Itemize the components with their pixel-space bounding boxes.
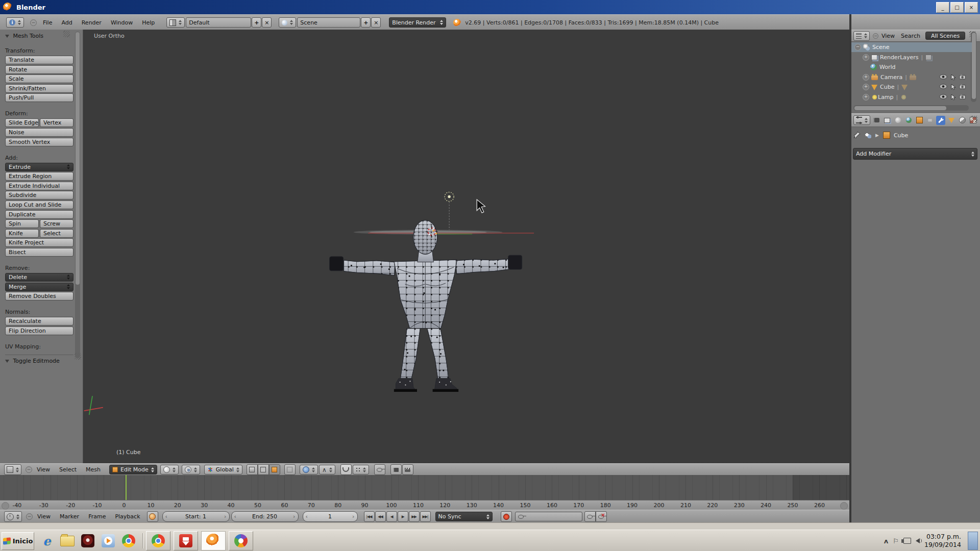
menu-playback[interactable]: Playback xyxy=(115,513,140,520)
tool-button-deform-slide-edge[interactable]: Slide Edge xyxy=(5,118,39,127)
properties-tab-material[interactable] xyxy=(958,116,967,125)
expand-icon[interactable]: + xyxy=(863,74,869,81)
properties-tab-world[interactable] xyxy=(904,116,913,125)
scene-browse-button[interactable] xyxy=(279,17,296,28)
properties-tab-render-layers[interactable] xyxy=(883,116,892,125)
outliner-item-world[interactable]: World xyxy=(851,62,980,72)
menu-marker[interactable]: Marker xyxy=(60,513,79,520)
falloff-dropdown[interactable]: ∧ xyxy=(319,465,335,474)
opengl-render-anim-button[interactable] xyxy=(402,464,413,475)
tool-button-add-extrude[interactable]: Extrude xyxy=(5,163,74,171)
lamp-object[interactable] xyxy=(445,192,454,230)
visibility-eye-icon[interactable] xyxy=(939,94,947,99)
area-resize-corner[interactable] xyxy=(63,31,70,37)
timeline-track[interactable] xyxy=(0,475,849,500)
tool-button-add-loop-cut-and-slide[interactable]: Loop Cut and Slide xyxy=(5,201,74,209)
tool-button-add-select[interactable]: Select xyxy=(40,229,74,238)
pivot-point-dropdown[interactable] xyxy=(182,465,200,474)
properties-tab-scene[interactable] xyxy=(893,116,902,125)
insert-keyframe-button[interactable] xyxy=(374,464,385,475)
tool-button-transform-rotate[interactable]: Rotate xyxy=(5,65,74,74)
selectability-cursor-icon[interactable] xyxy=(951,84,955,90)
visibility-eye-icon[interactable] xyxy=(939,84,947,89)
pin-icon[interactable] xyxy=(853,131,861,139)
jump-to-start-button[interactable]: |◀◀ xyxy=(364,511,375,522)
tool-button-add-screw[interactable]: Screw xyxy=(40,219,74,228)
tool-button-transform-shrink-fatten[interactable]: Shrink/Fatten xyxy=(5,84,74,93)
area-resize-corner[interactable] xyxy=(75,353,81,360)
quick-launch-file-explorer[interactable] xyxy=(60,533,75,548)
collapse-menus-icon[interactable]: − xyxy=(30,19,37,26)
tool-button-add-extrude-region[interactable]: Extrude Region xyxy=(5,172,74,181)
menu-add[interactable]: Add xyxy=(61,19,72,26)
collapse-menus-icon[interactable]: − xyxy=(26,513,33,520)
sync-dropdown[interactable]: No Sync xyxy=(435,512,493,521)
tool-button-remove-merge[interactable]: Merge xyxy=(5,283,74,291)
renderability-camera-icon[interactable] xyxy=(959,94,966,99)
menu-select[interactable]: Select xyxy=(59,466,77,473)
tool-shelf-scrollbar-thumb[interactable] xyxy=(76,32,80,285)
editor-type-info-button[interactable]: i xyxy=(6,17,24,28)
viewport-canvas[interactable] xyxy=(83,30,849,463)
tool-button-add-duplicate[interactable]: Duplicate xyxy=(5,210,74,219)
delete-scene-button[interactable]: × xyxy=(371,17,381,28)
tool-button-deform-smooth-vertex[interactable]: Smooth Vertex xyxy=(5,138,74,146)
snap-element-dropdown[interactable] xyxy=(353,465,369,474)
timeline-scroll-cap-right[interactable] xyxy=(840,502,848,510)
scene-name-field[interactable]: Scene xyxy=(297,17,360,28)
renderability-camera-icon[interactable] xyxy=(959,74,966,80)
menu-frame[interactable]: Frame xyxy=(88,513,106,520)
menu-window[interactable]: Window xyxy=(111,19,133,26)
tool-button-add-subdivide[interactable]: Subdivide xyxy=(5,191,74,199)
properties-tab-render[interactable] xyxy=(872,116,881,125)
task-button-video-downloader[interactable] xyxy=(174,531,198,550)
collapse-icon[interactable]: − xyxy=(854,44,861,51)
add-layout-button[interactable]: + xyxy=(252,17,261,28)
timeline-current-frame-marker[interactable] xyxy=(126,475,127,500)
object-node-icon[interactable] xyxy=(865,132,871,139)
snap-toggle-button[interactable] xyxy=(340,464,352,475)
limit-selection-visible-button[interactable] xyxy=(284,464,296,475)
visibility-eye-icon[interactable] xyxy=(939,74,947,80)
start-button[interactable]: Inicio xyxy=(2,532,34,550)
outliner-hscrollbar[interactable] xyxy=(853,105,969,111)
render-engine-dropdown[interactable]: Blender Render xyxy=(389,17,446,28)
properties-tab-modifiers-active[interactable] xyxy=(936,116,945,125)
menu-file[interactable]: File xyxy=(43,19,52,26)
menu-view[interactable]: View xyxy=(37,513,51,520)
menu-mesh[interactable]: Mesh xyxy=(86,466,101,473)
screen-layout-browse-button[interactable] xyxy=(166,17,185,28)
jump-to-end-button[interactable]: ▶▶| xyxy=(420,511,431,522)
tool-button-deform-vertex[interactable]: Vertex xyxy=(40,118,74,127)
menu-view[interactable]: View xyxy=(37,466,50,473)
tool-button-deform-noise[interactable]: Noise xyxy=(5,128,74,137)
tool-button-add-bisect[interactable]: Bisect xyxy=(5,248,74,257)
screen-layout-name-field[interactable]: Default xyxy=(186,17,251,28)
use-preview-range-button[interactable] xyxy=(147,511,158,522)
edge-select-button[interactable] xyxy=(258,464,269,475)
editor-type-properties-button[interactable] xyxy=(853,115,870,125)
quick-launch-scorpion-app[interactable] xyxy=(80,533,95,548)
renderability-camera-icon[interactable] xyxy=(959,84,966,89)
face-select-button[interactable] xyxy=(269,464,280,475)
prev-keyframe-button[interactable]: ◀◀ xyxy=(375,511,386,522)
taskbar-clock[interactable]: 03:07 p.m. 19/09/2014 xyxy=(924,533,961,548)
tool-button-transform-translate[interactable]: Translate xyxy=(5,56,74,64)
tool-button-add-extrude-individual[interactable]: Extrude Individual xyxy=(5,182,74,190)
current-frame-field[interactable]: 1 xyxy=(303,511,358,522)
play-reverse-button[interactable]: ◀ xyxy=(386,511,397,522)
start-frame-field[interactable]: Start: 1 xyxy=(162,511,230,522)
tool-button-transform-push-pull[interactable]: Push/Pull xyxy=(5,93,74,102)
tool-button-normals-recalculate[interactable]: Recalculate xyxy=(5,317,74,325)
selectability-cursor-icon[interactable] xyxy=(951,94,955,101)
tool-button-normals-flip-direction[interactable]: Flip Direction xyxy=(5,327,74,335)
add-scene-button[interactable]: + xyxy=(361,17,371,28)
mode-dropdown[interactable]: Edit Mode xyxy=(109,465,157,474)
tool-button-add-knife[interactable]: Knife xyxy=(5,229,39,238)
outliner-hscrollbar-thumb[interactable] xyxy=(854,106,946,110)
vertex-select-button[interactable] xyxy=(247,464,258,475)
close-button[interactable]: × xyxy=(965,2,978,13)
tool-button-add-knife-project[interactable]: Knife Project xyxy=(5,238,74,247)
play-button[interactable]: ▶ xyxy=(398,511,408,522)
selectability-cursor-icon[interactable] xyxy=(951,74,955,81)
